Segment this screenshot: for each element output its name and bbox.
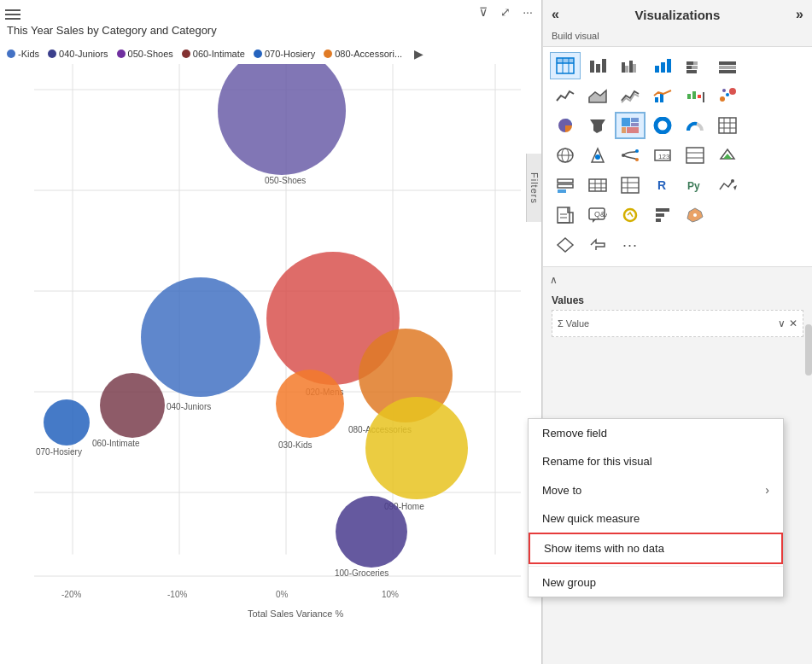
context-menu-show-items-no-data[interactable]: Show items with no data [529, 533, 783, 564]
svg-point-64 [635, 149, 639, 153]
vis-icon-funnel[interactable] [582, 112, 613, 139]
context-menu-move-to[interactable]: Move to › [529, 475, 783, 504]
vis-icon-paginated[interactable] [550, 201, 581, 229]
vis-icon-pie[interactable] [550, 112, 581, 139]
vis-icon-smart-narrative[interactable] [712, 172, 743, 199]
chart-toolbar: ⊽ ⤢ ··· [475, 3, 536, 20]
vis-icon-stacked-bar[interactable] [680, 52, 710, 79]
svg-rect-53 [719, 118, 736, 133]
expand-right-button[interactable]: » [796, 7, 803, 22]
svg-text:Py: Py [687, 180, 700, 192]
legend-item-shoes: 050-Shoes [117, 49, 173, 59]
values-label: Values [552, 294, 803, 306]
context-menu-new-quick-measure[interactable]: New quick measure [529, 504, 783, 533]
vis-icon-bar[interactable] [582, 52, 613, 79]
vis-icon-matrix[interactable] [712, 112, 743, 139]
legend-item-juniors: 040-Juniors [48, 49, 108, 59]
chart-grid: 050-Shoes 040-Juniors 020-Mens 080-Acces… [0, 64, 526, 621]
more-icon[interactable]: ··· [519, 3, 536, 20]
vis-icon-line[interactable] [550, 82, 581, 109]
values-field-well-1[interactable]: Σ Value ∨ ✕ [552, 310, 803, 337]
vis-icon-table[interactable] [550, 52, 581, 79]
context-menu-new-group[interactable]: New group [529, 568, 783, 597]
svg-point-41 [720, 96, 725, 102]
panel-scrollbar[interactable] [805, 324, 812, 376]
vis-icons-row-2 [550, 112, 805, 139]
vis-icon-card[interactable]: 123 [647, 142, 678, 169]
vis-icon-clustered-bar[interactable] [615, 52, 646, 79]
bubble-juniors[interactable] [141, 277, 260, 397]
expand-icon[interactable]: ⤢ [497, 3, 514, 20]
vis-icon-multirow-card[interactable] [680, 142, 710, 169]
vis-icon-matrix2[interactable] [615, 172, 646, 199]
field-well-collapse-1[interactable]: ∨ [778, 317, 786, 329]
vis-icon-r[interactable]: R [647, 172, 678, 199]
svg-point-43 [729, 88, 736, 95]
vis-icon-treemap[interactable] [615, 112, 646, 139]
bubble-shoes[interactable] [218, 64, 346, 175]
svg-rect-22 [633, 64, 636, 73]
field-well-close-1[interactable]: ✕ [789, 317, 797, 329]
vis-icon-decomp-tree[interactable] [615, 142, 646, 169]
bubble-home[interactable] [365, 397, 468, 499]
label-shoes: 050-Shoes [265, 176, 306, 185]
bubble-hosiery[interactable] [44, 399, 90, 446]
vis-icons-row-5: Q&A [550, 201, 805, 229]
bubble-chart: 050-Shoes 040-Juniors 020-Mens 080-Acces… [0, 64, 526, 621]
svg-rect-21 [629, 61, 633, 73]
chart-title: This Year Sales by Category and Category [7, 24, 217, 37]
panel-title: Visualizations [635, 8, 721, 22]
vis-icon-metrics[interactable] [615, 201, 646, 229]
vis-icon-diamond[interactable] [550, 231, 581, 259]
bubble-intimate[interactable] [100, 373, 165, 438]
filters-tab[interactable]: Filters [526, 154, 541, 222]
vis-icon-100bar[interactable] [712, 52, 743, 79]
svg-point-63 [622, 154, 625, 157]
vis-icon-bar2[interactable] [647, 201, 678, 229]
vis-icon-table2[interactable] [582, 172, 613, 199]
legend-item-accessories: 080-Accessori... [324, 49, 402, 59]
svg-rect-73 [558, 179, 573, 183]
svg-rect-96 [656, 218, 661, 222]
hamburger-menu[interactable] [5, 7, 20, 22]
svg-point-95 [624, 209, 636, 221]
move-to-arrow-icon: › [765, 483, 769, 497]
vis-icon-gauge[interactable] [680, 112, 710, 139]
vis-icon-map[interactable] [550, 142, 581, 169]
svg-rect-36 [660, 94, 663, 102]
svg-rect-16 [590, 61, 594, 73]
vis-icons-row-6: ··· [550, 231, 805, 259]
values-section: Values Σ Value ∨ ✕ [543, 289, 812, 346]
vis-icon-arrows[interactable] [582, 231, 613, 259]
vis-icon-filled-map[interactable] [680, 201, 710, 229]
bubble-kids[interactable] [276, 370, 344, 438]
vis-icons-row-4: R Py [550, 172, 805, 199]
vis-icon-slicer[interactable] [550, 172, 581, 199]
vis-icon-qa[interactable]: Q&A [582, 201, 613, 229]
vis-icons-row-1 [550, 82, 805, 109]
vis-icon-shape-map[interactable] [582, 142, 613, 169]
vis-icon-donut[interactable] [647, 112, 678, 139]
svg-rect-23 [655, 66, 659, 73]
vis-icon-kpi[interactable] [712, 142, 743, 169]
legend-item-kids: -Kids [7, 49, 39, 59]
legend-more-arrow[interactable]: ▶ [414, 47, 424, 61]
vis-icons-row-3: 123 [550, 142, 805, 169]
vis-icon-column[interactable] [647, 52, 678, 79]
vis-icon-area[interactable] [582, 82, 613, 109]
context-menu-rename[interactable]: Rename for this visual [529, 447, 783, 475]
vis-icon-more[interactable]: ··· [615, 231, 646, 259]
context-menu-remove-field[interactable]: Remove field [529, 419, 783, 447]
collapse-left-button[interactable]: « [552, 7, 559, 22]
label-groceries: 100-Groceries [335, 568, 388, 578]
vis-icon-combo[interactable] [647, 82, 678, 109]
vis-icon-ribbon[interactable] [615, 82, 646, 109]
bubble-groceries[interactable] [336, 496, 407, 568]
vis-icon-python[interactable]: Py [680, 172, 710, 199]
filter-icon[interactable]: ⊽ [475, 3, 492, 20]
svg-rect-31 [719, 61, 736, 65]
vis-icon-scatter[interactable] [712, 82, 743, 109]
vis-icon-waterfall[interactable] [680, 82, 710, 109]
svg-rect-20 [625, 66, 628, 73]
x-label-4: 10% [382, 590, 399, 599]
